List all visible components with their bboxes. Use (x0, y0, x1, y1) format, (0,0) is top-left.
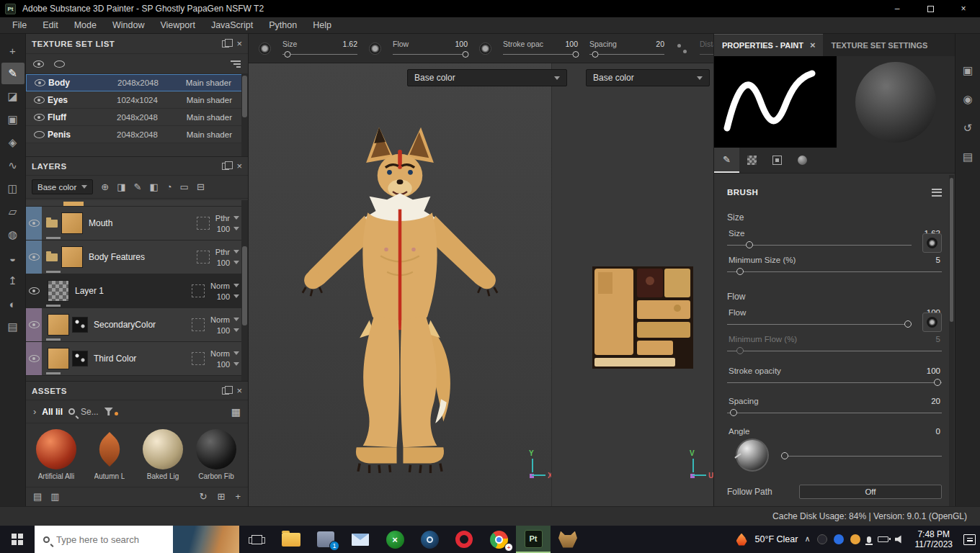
view-channel-dropdown-left[interactable]: Base color (407, 69, 567, 86)
layer-mask-thumbnail[interactable] (72, 317, 88, 333)
add-generator-icon[interactable]: ◧ (149, 181, 158, 192)
smart-material-tool-icon[interactable]: ◍ (1, 224, 24, 246)
export-tool-icon[interactable]: ↥ (1, 270, 24, 292)
substance-painter-button[interactable]: Pt (516, 526, 551, 553)
list-view-icon[interactable]: ▤ (33, 491, 42, 502)
visibility-eye-icon[interactable] (34, 131, 45, 138)
view-channel-dropdown-right[interactable]: Base color (586, 69, 710, 86)
follow-path-button[interactable]: Off (799, 485, 942, 499)
add-effect-icon[interactable]: ⊕ (101, 181, 109, 192)
close-panel-icon[interactable]: × (236, 163, 242, 170)
scrollbar[interactable] (241, 74, 248, 156)
search-highlight-image[interactable] (173, 526, 239, 553)
slider-handle[interactable] (934, 379, 941, 386)
assets-search-input[interactable]: Se... (81, 407, 99, 417)
tray-app-icon-1[interactable] (817, 534, 827, 544)
hidden-icons-chevron[interactable]: ∧ (804, 534, 810, 544)
start-button[interactable] (0, 526, 35, 553)
slider-handle[interactable] (592, 51, 599, 58)
size-slider[interactable] (727, 239, 912, 249)
layer-thumbnail[interactable] (48, 348, 69, 369)
asset-thumbnail[interactable] (36, 429, 76, 469)
tab-texture-set-settings[interactable]: TEXTURE SET SETTINGS (823, 34, 935, 56)
asset-thumbnail[interactable] (89, 429, 130, 469)
subtab-stencil[interactable] (765, 148, 790, 173)
flow-slider[interactable] (393, 50, 468, 58)
flow-slider-group[interactable]: Flow100 (393, 40, 468, 58)
taskbar-search[interactable] (35, 526, 239, 553)
visibility-eye-icon[interactable] (34, 96, 45, 104)
microphone-icon[interactable] (867, 536, 871, 543)
asset-thumbnail[interactable] (143, 429, 183, 469)
quick-mask-tool-icon[interactable]: ◒ (1, 247, 24, 269)
add-folder-icon[interactable]: ▭ (180, 181, 189, 192)
mask-drop-target[interactable] (197, 251, 210, 264)
stroke-preview[interactable] (714, 56, 837, 148)
taskbar-clock[interactable]: 7:48 PM 11/7/2023 (911, 529, 958, 549)
opacity-dropdown[interactable]: 100 (217, 360, 239, 369)
blend-mode-dropdown[interactable]: Pthr (215, 248, 239, 256)
news-weather-icon[interactable] (736, 534, 747, 546)
menu-javascript[interactable]: JavaScript (203, 17, 261, 33)
filter-icon[interactable] (231, 60, 241, 68)
pressure-toggle-button[interactable] (922, 313, 942, 332)
add-asset-icon[interactable]: + (235, 491, 241, 502)
projection-tool-icon[interactable]: ▣ (1, 109, 24, 130)
brush-tip-preview-icon[interactable] (259, 42, 271, 55)
menu-window[interactable]: Window (104, 17, 152, 33)
volume-icon[interactable] (895, 535, 904, 544)
spacing-slider-group[interactable]: Spacing20 (589, 40, 664, 58)
close-panel-icon[interactable]: × (236, 40, 242, 48)
flow-slider[interactable] (727, 318, 912, 328)
layer-thumbnail[interactable] (61, 212, 83, 234)
isolate-eye-icon[interactable] (54, 60, 65, 68)
spacing-slider[interactable] (589, 50, 664, 58)
menu-help[interactable]: Help (305, 17, 339, 33)
material-preview[interactable] (837, 56, 955, 148)
scrollbar[interactable] (949, 175, 954, 506)
opacity-dropdown[interactable]: 100 (217, 225, 239, 233)
layer-row-mouth[interactable]: Mouth Pthr 100 (26, 207, 248, 240)
layer-visibility-eye-icon[interactable] (29, 220, 40, 227)
texture-set-row[interactable]: Eyes 1024x1024 Main shader (26, 91, 248, 109)
slider-handle[interactable] (730, 409, 737, 416)
layer-mask-thumbnail[interactable] (72, 351, 88, 367)
paint-tool-icon[interactable]: ✎ (1, 63, 24, 84)
display-settings-icon[interactable]: ▣ (956, 60, 979, 81)
stroke-opacity-slider-group[interactable]: Stroke opac100 (503, 40, 578, 58)
layer-thumbnail[interactable] (48, 314, 69, 336)
mask-drop-target[interactable] (192, 284, 205, 297)
detail-view-icon[interactable]: ▥ (50, 491, 59, 502)
texture-set-row[interactable]: Fluff 2048x2048 Main shader (26, 109, 248, 126)
visibility-eye-icon[interactable] (34, 114, 45, 121)
assets-breadcrumb[interactable]: All lil (42, 407, 63, 417)
slider-handle[interactable] (781, 452, 788, 459)
asset-item[interactable]: Artificial Alli (33, 429, 79, 480)
breadcrumb-chevron-icon[interactable]: › (33, 406, 36, 417)
task-view-button[interactable] (239, 526, 274, 553)
subtab-material[interactable] (790, 148, 815, 173)
scrollbar-thumb[interactable] (242, 76, 247, 117)
layer-row-third-color[interactable]: Third Color Norm 100 (26, 342, 248, 376)
layer-visibility-eye-icon[interactable] (29, 321, 40, 328)
asset-item[interactable]: Autumn L (86, 429, 133, 480)
subtab-brush[interactable]: ✎ (714, 148, 739, 173)
xbox-button[interactable]: × (378, 526, 412, 553)
slider-handle[interactable] (572, 51, 579, 58)
search-input[interactable] (56, 534, 173, 545)
mask-drop-target[interactable] (192, 318, 205, 331)
slider-handle[interactable] (736, 268, 744, 275)
grid-view-icon[interactable]: ▦ (231, 406, 241, 418)
dock-icon[interactable] (222, 163, 229, 170)
tab-properties-paint[interactable]: PROPERTIES - PAINT × (714, 34, 823, 56)
menu-mode[interactable]: Mode (66, 17, 104, 33)
viewport-2d[interactable]: V U (551, 63, 713, 506)
slider-handle[interactable] (462, 51, 468, 58)
menu-file[interactable]: File (4, 17, 35, 33)
refresh-icon[interactable]: ↻ (200, 491, 208, 502)
move-tool-icon[interactable]: + (1, 40, 24, 61)
slider-handle[interactable] (746, 241, 753, 248)
stroke-opacity-slider[interactable] (503, 50, 578, 58)
layer-visibility-eye-icon[interactable] (29, 253, 40, 261)
file-explorer-button[interactable] (274, 526, 308, 553)
